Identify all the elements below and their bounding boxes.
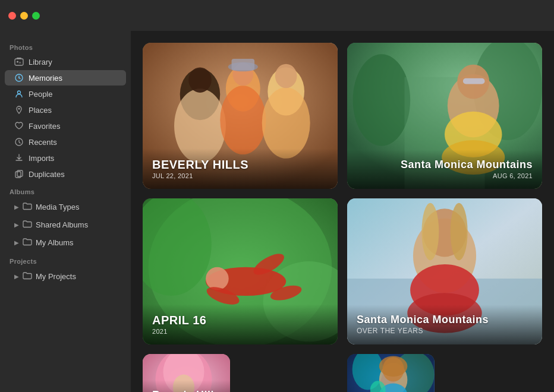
minimize-button[interactable] [20, 12, 28, 20]
svg-point-47 [451, 203, 468, 260]
svg-point-59 [379, 356, 407, 377]
card-overlay-5: Beverly Hills JUL 28, 2021 [143, 380, 230, 392]
sidebar-section-photos: Photos [0, 38, 131, 53]
card-overlay-3: APRIL 16 2021 [143, 304, 338, 344]
chevron-right-icon-3: ▶ [14, 239, 19, 246]
svg-rect-30 [463, 78, 485, 84]
sidebar-item-favorites-label: Favorites [29, 122, 60, 131]
sidebar-item-people[interactable]: People [5, 86, 126, 102]
sidebar-item-memories-label: Memories [29, 74, 62, 83]
close-button[interactable] [8, 12, 16, 20]
sidebar-item-people-label: People [29, 90, 52, 99]
card-date-2: AUG 6, 2021 [357, 172, 533, 179]
card-title-3: APRIL 16 [152, 314, 328, 327]
sidebar-item-library[interactable]: Library [5, 54, 126, 69]
folder-icon-shared [23, 219, 32, 230]
folder-icon-media [23, 201, 32, 213]
places-icon [14, 105, 24, 115]
sidebar-item-shared-albums-label: Shared Albums [36, 220, 88, 229]
sidebar-item-my-projects-label: My Projects [36, 272, 76, 281]
card-title-5: Beverly Hills [152, 390, 221, 392]
svg-point-25 [353, 54, 410, 146]
svg-point-15 [188, 67, 212, 92]
sidebar-item-my-albums-label: My Albums [36, 238, 74, 247]
memory-card-beverly-hills-2[interactable]: Beverly Hills JUL 28, 2021 [143, 354, 230, 392]
memory-card-beverly-hills-1[interactable]: BEVERLY HILLS JUL 22, 2021 [143, 43, 338, 189]
sidebar-item-recents[interactable]: Recents [5, 134, 126, 150]
card-image-6 [347, 354, 435, 392]
recents-icon [14, 137, 24, 147]
photo-grid: BEVERLY HILLS JUL 22, 2021 [143, 43, 542, 392]
imports-icon [14, 153, 24, 163]
folder-icon-my-albums [23, 237, 32, 248]
sidebar-section-projects: Projects [0, 252, 131, 267]
svg-point-17 [220, 86, 266, 154]
title-bar [0, 0, 554, 31]
sidebar-item-imports-label: Imports [29, 154, 54, 163]
sidebar-item-library-label: Library [29, 58, 52, 67]
svg-rect-2 [15, 59, 23, 65]
svg-point-46 [421, 203, 439, 260]
svg-point-7 [18, 91, 21, 94]
svg-rect-3 [17, 58, 21, 59]
svg-point-21 [275, 64, 297, 88]
sidebar-item-duplicates-label: Duplicates [29, 170, 65, 179]
svg-point-4 [17, 61, 18, 63]
svg-rect-23 [232, 59, 255, 70]
library-icon [14, 57, 24, 67]
sidebar-item-media-types[interactable]: ▶ Media Types [5, 198, 126, 216]
chevron-right-icon-2: ▶ [14, 222, 19, 228]
sidebar-item-favorites[interactable]: Favorites [5, 118, 126, 134]
sidebar-item-my-albums[interactable]: ▶ My Albums [5, 234, 126, 251]
sidebar-section-albums: Albums [0, 182, 131, 198]
sidebar-item-places-label: Places [29, 106, 52, 115]
memory-card-april-16[interactable]: APRIL 16 2021 [143, 198, 338, 344]
sidebar-item-my-projects[interactable]: ▶ My Projects [5, 268, 126, 285]
sidebar-item-places[interactable]: Places [5, 102, 126, 118]
svg-point-6 [18, 77, 20, 78]
svg-point-20 [262, 87, 310, 159]
card-subtitle-4: OVER THE YEARS [357, 327, 533, 335]
card-title-4: Santa Monica Mountains [357, 314, 533, 326]
chevron-right-icon-4: ▶ [14, 273, 19, 280]
card-title-1: BEVERLY HILLS [152, 158, 328, 171]
sidebar-item-shared-albums[interactable]: ▶ Shared Albums [5, 216, 126, 233]
sidebar-item-duplicates[interactable]: Duplicates [5, 166, 126, 182]
card-overlay-4: Santa Monica Mountains OVER THE YEARS [347, 305, 542, 344]
sidebar-item-imports[interactable]: Imports [5, 150, 126, 166]
card-overlay-2: Santa Monica Mountains AUG 6, 2021 [347, 150, 542, 189]
card-overlay-1: BEVERLY HILLS JUL 22, 2021 [143, 148, 338, 189]
card-title-2: Santa Monica Mountains [357, 159, 533, 171]
svg-point-8 [18, 108, 20, 110]
people-icon [14, 89, 24, 99]
memory-card-concert[interactable] [347, 354, 435, 392]
duplicates-icon [14, 169, 24, 179]
memory-card-santa-monica-1[interactable]: Santa Monica Mountains AUG 6, 2021 [347, 43, 542, 189]
folder-icon-projects [23, 271, 32, 282]
memory-card-santa-monica-2[interactable]: Santa Monica Mountains OVER THE YEARS [347, 198, 542, 344]
main-content: BEVERLY HILLS JUL 22, 2021 [131, 31, 554, 392]
memories-icon [14, 73, 24, 83]
chevron-right-icon: ▶ [14, 204, 19, 210]
sidebar-item-recents-label: Recents [29, 138, 57, 147]
maximize-button[interactable] [32, 12, 40, 20]
svg-point-38 [206, 267, 229, 290]
sidebar-item-memories[interactable]: Memories [5, 70, 126, 86]
traffic-lights [0, 12, 40, 20]
sidebar-item-media-types-label: Media Types [36, 203, 79, 211]
favorites-icon [14, 121, 24, 131]
card-date-1: JUL 22, 2021 [152, 172, 328, 179]
sidebar: Photos Library Memories [0, 31, 131, 392]
card-date-3: 2021 [152, 328, 328, 335]
